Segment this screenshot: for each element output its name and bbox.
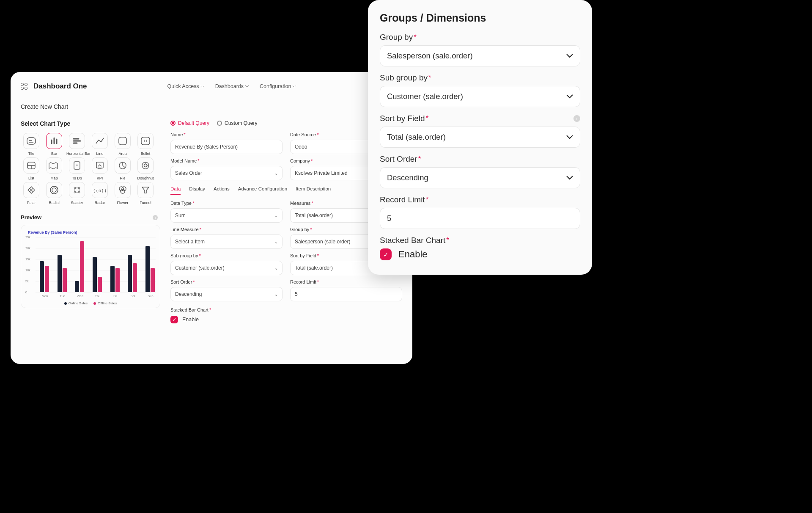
radio-dot-off xyxy=(217,121,222,126)
select-model-name[interactable]: Sales Order⌄ xyxy=(170,166,283,180)
chart-type-map[interactable] xyxy=(46,157,62,174)
select-chart-type-heading: Select Chart Type xyxy=(21,120,160,127)
chart-type-grid: TileBarHorizontal BarLineAreaBulletListM… xyxy=(21,133,160,205)
page-title: Dashboard One xyxy=(33,82,87,91)
svg-point-37 xyxy=(122,187,126,191)
radio-default-query[interactable]: Default Query xyxy=(170,120,209,126)
horizontal-bar-icon xyxy=(70,134,84,148)
chart-type-radial[interactable] xyxy=(46,182,62,198)
chart-type-horizontal-bar[interactable] xyxy=(69,133,85,149)
left-column: Select Chart Type TileBarHorizontal BarL… xyxy=(21,120,160,323)
tabs: DataDisplayActionsAdvance ConfigurationI… xyxy=(170,186,402,195)
tab-item-description[interactable]: Item Description xyxy=(296,186,331,195)
app-window: Dashboard One Quick Access Dashboards Co… xyxy=(11,72,412,364)
bar-icon xyxy=(47,134,61,148)
bar xyxy=(145,246,150,292)
radio-custom-query[interactable]: Custom Query xyxy=(217,120,257,126)
chevron-down-icon xyxy=(566,134,573,141)
chart-type-pie[interactable] xyxy=(115,157,131,174)
chevron-down-icon: ⌄ xyxy=(274,266,278,270)
chart-type-label: Doughnut xyxy=(135,176,156,180)
chevron-down-icon: ⌄ xyxy=(274,292,278,297)
form-grid-data: Data Type* Sum⌄ Measures* Total (sale.or… xyxy=(170,201,402,301)
tab-display[interactable]: Display xyxy=(189,186,205,195)
content: Select Chart Type TileBarHorizontal BarL… xyxy=(21,120,402,323)
panel-select-sort-by-field[interactable]: Total (sale.order) xyxy=(380,127,580,148)
preview-heading: Preview i xyxy=(21,214,160,221)
panel-checkbox-stacked[interactable]: ✓ xyxy=(380,248,392,260)
tab-data[interactable]: Data xyxy=(170,186,181,195)
select-sub-group-by[interactable]: Customer (sale.order)⌄ xyxy=(170,261,283,275)
chevron-down-icon xyxy=(293,86,296,88)
chart-type-line[interactable] xyxy=(92,133,108,149)
tab-actions[interactable]: Actions xyxy=(214,186,230,195)
chart-type-funnel[interactable] xyxy=(137,182,154,198)
line-icon xyxy=(93,134,107,148)
input-record-limit[interactable]: 5 xyxy=(290,287,402,301)
bar xyxy=(58,255,62,292)
svg-rect-0 xyxy=(27,138,36,144)
svg-point-30 xyxy=(78,191,80,193)
query-mode: Default Query Custom Query xyxy=(170,120,402,126)
apps-icon[interactable] xyxy=(21,83,27,90)
top-nav: Quick Access Dashboards Configuration xyxy=(167,83,296,89)
radio-dot-on xyxy=(170,121,176,126)
label-line-measure: Line Measure* xyxy=(170,227,283,232)
svg-point-38 xyxy=(121,189,125,193)
page-subtitle: Create New Chart xyxy=(21,103,402,110)
tab-advance-configuration[interactable]: Advance Configuration xyxy=(238,186,287,195)
chevron-down-icon xyxy=(566,52,573,59)
map-icon xyxy=(47,159,61,172)
select-sort-order[interactable]: Descending⌄ xyxy=(170,287,283,301)
panel-select-sub-group-by[interactable]: Customer (sale.order) xyxy=(380,86,580,107)
chart-type-scatter[interactable] xyxy=(69,182,85,198)
chart-legend: Online SalesOffline Sales xyxy=(25,301,156,305)
input-name[interactable]: Revenue By (Sales Person) xyxy=(170,140,283,154)
nav-configuration[interactable]: Configuration xyxy=(260,83,296,89)
chevron-down-icon xyxy=(201,86,204,88)
panel-select-group-by[interactable]: Salesperson (sale.order) xyxy=(380,45,580,66)
panel-input-record-limit[interactable]: 5 xyxy=(380,208,580,229)
pie-icon xyxy=(116,159,129,172)
select-data-type[interactable]: Sum⌄ xyxy=(170,208,283,223)
chart-type-bullet[interactable] xyxy=(137,133,154,149)
bar xyxy=(80,241,84,292)
svg-point-17 xyxy=(77,165,78,166)
chart-type-area[interactable] xyxy=(115,133,131,149)
nav-quick-access[interactable]: Quick Access xyxy=(167,83,204,89)
chart-type-to-do[interactable] xyxy=(69,157,85,174)
info-icon[interactable]: i xyxy=(153,215,158,220)
polar-icon xyxy=(25,183,38,197)
info-icon[interactable]: i xyxy=(573,115,580,122)
nav-dashboards[interactable]: Dashboards xyxy=(215,83,249,89)
legend-item: Online Sales xyxy=(64,301,88,305)
chart-type-list[interactable] xyxy=(23,157,39,174)
chart-type-label: To Do xyxy=(66,176,88,180)
select-line-measure[interactable]: Select a Item⌄ xyxy=(170,234,283,249)
svg-text:((o)): ((o)) xyxy=(93,188,107,193)
label-data-type: Data Type* xyxy=(170,201,283,206)
panel-label-group-by: Group by* xyxy=(380,33,580,42)
bar xyxy=(45,266,49,292)
chart-type-doughnut[interactable] xyxy=(137,157,154,174)
svg-point-26 xyxy=(52,188,56,192)
chart-type-polar[interactable] xyxy=(23,182,39,198)
checkbox-stacked[interactable]: ✓ xyxy=(170,316,178,323)
preview-chart: 25k20k15k10k5k0MonTueWedThuFriSatSun xyxy=(36,237,156,292)
label-stacked-bar: Stacked Bar Chart* xyxy=(170,307,402,312)
chart-type-bar[interactable] xyxy=(46,133,62,149)
chart-type-label: Line xyxy=(89,152,110,156)
panel-select-sort-order[interactable]: Descending xyxy=(380,167,580,188)
chart-type-label: Bullet xyxy=(135,152,156,156)
preview-card: Revenue By (Sales Person) 25k20k15k10k5k… xyxy=(21,225,160,308)
bar xyxy=(98,277,102,292)
area-icon xyxy=(116,134,129,148)
chart-type-label: Flower xyxy=(112,201,133,205)
chart-type-kpi[interactable] xyxy=(92,157,108,174)
chart-type-radar[interactable]: ((o)) xyxy=(92,182,108,198)
svg-point-22 xyxy=(144,164,147,167)
chart-type-label: Bar xyxy=(44,152,65,156)
chart-type-label: KPI xyxy=(89,176,110,180)
chart-type-tile[interactable] xyxy=(23,133,39,149)
chart-type-flower[interactable] xyxy=(115,182,131,198)
